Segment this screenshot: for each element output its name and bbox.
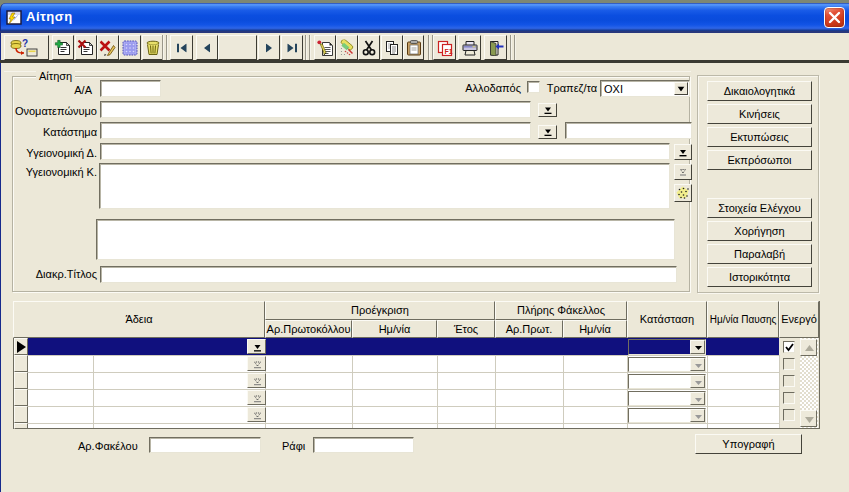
svg-text:F1: F1 bbox=[444, 47, 452, 54]
svg-text:?: ? bbox=[22, 38, 28, 49]
